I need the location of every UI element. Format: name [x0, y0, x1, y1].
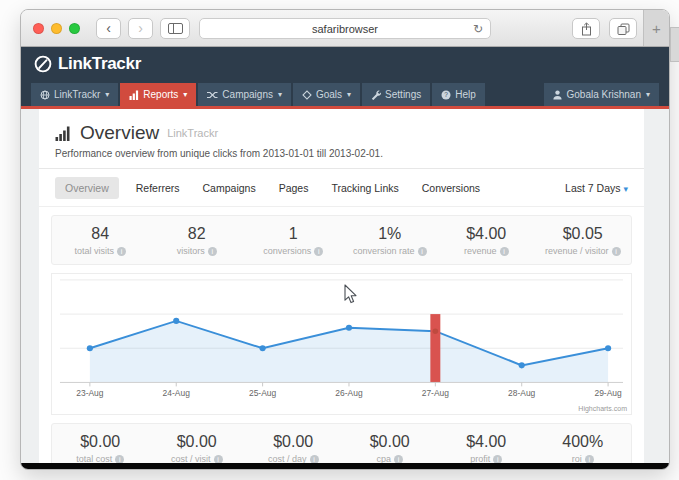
nav-item-reports[interactable]: Reports ▾ — [120, 83, 196, 106]
caret-down-icon: ▾ — [183, 90, 187, 99]
svg-text:23-Aug: 23-Aug — [76, 388, 104, 398]
info-icon[interactable]: i — [394, 455, 403, 463]
caret-down-icon: ▾ — [347, 90, 351, 99]
stats-row-bottom: $0.00 total costi $0.00 cost / visiti $0… — [51, 423, 632, 463]
page-header: Overview LinkTrackr Performance overview… — [39, 109, 644, 169]
toolbar-right-buttons — [572, 18, 637, 39]
info-icon[interactable]: i — [115, 455, 124, 463]
stat-revenue: $4.00 revenuei — [438, 225, 535, 256]
info-icon[interactable]: i — [117, 247, 126, 256]
user-icon — [553, 90, 562, 100]
browser-toolbar: ‹ › safaribrowser ↻ — [21, 10, 669, 47]
nav-item-linktrackr[interactable]: LinkTrackr ▾ — [31, 83, 118, 106]
info-icon[interactable]: i — [493, 455, 502, 463]
stat-profit: $4.00 profiti — [438, 433, 535, 463]
window-bottom-edge — [21, 463, 669, 469]
stat-revenue-per-visitor: $0.05 revenue / visitori — [535, 225, 632, 256]
new-tab-button[interactable]: + — [643, 10, 669, 46]
info-icon[interactable]: i — [612, 247, 621, 256]
info-icon[interactable]: i — [314, 247, 323, 256]
caret-down-icon: ▾ — [623, 184, 628, 194]
user-menu[interactable]: Gobala Krishnan ▾ — [544, 83, 659, 106]
highcharts-credits[interactable]: Highcharts.com — [578, 405, 627, 412]
caret-down-icon: ▾ — [105, 90, 109, 99]
nav-item-goals[interactable]: Goals ▾ — [293, 83, 360, 106]
help-icon: ? — [441, 90, 451, 100]
share-button[interactable] — [572, 18, 600, 39]
stat-roi: 400% roii — [535, 433, 632, 463]
info-icon[interactable]: i — [214, 455, 223, 463]
stat-cost-per-visit: $0.00 cost / visiti — [149, 433, 246, 463]
plus-icon: + — [652, 20, 661, 37]
stat-visitors: 82 visitorsi — [149, 225, 246, 256]
bar-chart-icon — [129, 90, 139, 100]
close-window-button[interactable] — [33, 23, 44, 34]
page-title-suffix: LinkTrackr — [167, 127, 218, 139]
globe-icon — [40, 90, 50, 100]
info-icon[interactable]: i — [585, 455, 594, 463]
tab-referrers[interactable]: Referrers — [136, 182, 180, 194]
info-icon[interactable]: i — [208, 247, 217, 256]
back-button[interactable]: ‹ — [96, 18, 121, 39]
linktrackr-logo-icon — [34, 55, 52, 73]
stat-cpa: $0.00 cpai — [342, 433, 439, 463]
nav-item-label: LinkTrackr — [54, 89, 100, 100]
svg-text:29-Aug: 29-Aug — [594, 388, 622, 398]
page-title: Overview — [80, 122, 159, 144]
stat-cost-per-day: $0.00 cost / dayi — [245, 433, 342, 463]
address-bar[interactable]: safaribrowser ↻ — [199, 18, 491, 39]
caret-down-icon: ▾ — [278, 90, 282, 99]
visits-chart[interactable]: 23-Aug24-Aug25-Aug26-Aug27-Aug28-Aug29-A… — [51, 273, 632, 415]
browser-window: ‹ › safaribrowser ↻ — [20, 9, 670, 470]
date-range-label: Last 7 Days — [565, 182, 620, 194]
forward-icon: › — [138, 20, 143, 36]
minimize-window-button[interactable] — [51, 23, 62, 34]
nav-item-help[interactable]: ? Help — [432, 83, 485, 106]
page-subtitle: Performance overview from unique clicks … — [55, 148, 628, 159]
forward-button[interactable]: › — [128, 18, 153, 39]
content-card: Overview LinkTrackr Performance overview… — [39, 109, 644, 463]
date-range-selector[interactable]: Last 7 Days ▾ — [565, 182, 628, 194]
overview-chart-icon — [55, 126, 72, 141]
info-icon[interactable]: i — [310, 455, 319, 463]
back-icon: ‹ — [106, 20, 111, 36]
svg-text:24-Aug: 24-Aug — [163, 388, 191, 398]
tab-campaigns[interactable]: Campaigns — [203, 182, 256, 194]
svg-text:25-Aug: 25-Aug — [249, 388, 277, 398]
tabs-icon — [617, 23, 630, 35]
nav-item-label: Help — [455, 89, 476, 100]
tab-pages[interactable]: Pages — [279, 182, 309, 194]
svg-text:27-Aug: 27-Aug — [422, 388, 450, 398]
nav-item-label: Campaigns — [222, 89, 273, 100]
address-bar-text: safaribrowser — [312, 23, 378, 35]
diamond-icon — [302, 90, 312, 100]
main-nav: LinkTrackr ▾ Reports ▾ Campaigns ▾ Goa — [21, 80, 669, 106]
stats-row-top: 84 total visitsi 82 visitorsi 1 conversi… — [51, 215, 632, 265]
stat-total-cost: $0.00 total costi — [52, 433, 149, 463]
tab-overview[interactable]: Overview — [55, 177, 119, 199]
stat-conversions: 1 conversionsi — [245, 225, 342, 256]
share-icon — [581, 22, 592, 36]
tab-tracking-links[interactable]: Tracking Links — [331, 182, 398, 194]
svg-text:28-Aug: 28-Aug — [508, 388, 536, 398]
stat-total-visits: 84 total visitsi — [52, 225, 149, 256]
visits-chart-plot: 23-Aug24-Aug25-Aug26-Aug27-Aug28-Aug29-A… — [52, 274, 631, 414]
tab-conversions[interactable]: Conversions — [422, 182, 480, 194]
nav-item-settings[interactable]: Settings — [362, 83, 430, 106]
info-icon[interactable]: i — [500, 247, 509, 256]
zoom-window-button[interactable] — [69, 23, 80, 34]
info-icon[interactable]: i — [418, 247, 427, 256]
sidebar-toggle-button[interactable] — [160, 18, 190, 39]
shuffle-icon — [207, 90, 218, 100]
tab-overview-button[interactable] — [609, 18, 637, 39]
nav-item-label: Reports — [143, 89, 178, 100]
nav-item-label: Settings — [385, 89, 421, 100]
logo-text[interactable]: LinkTrackr — [58, 54, 141, 74]
app-header: LinkTrackr — [21, 47, 669, 80]
mouse-cursor — [344, 284, 358, 304]
nav-item-label: Goals — [316, 89, 342, 100]
reload-icon[interactable]: ↻ — [473, 23, 483, 35]
caret-down-icon: ▾ — [646, 90, 650, 99]
wrench-icon — [371, 90, 381, 100]
nav-item-campaigns[interactable]: Campaigns ▾ — [198, 83, 291, 106]
